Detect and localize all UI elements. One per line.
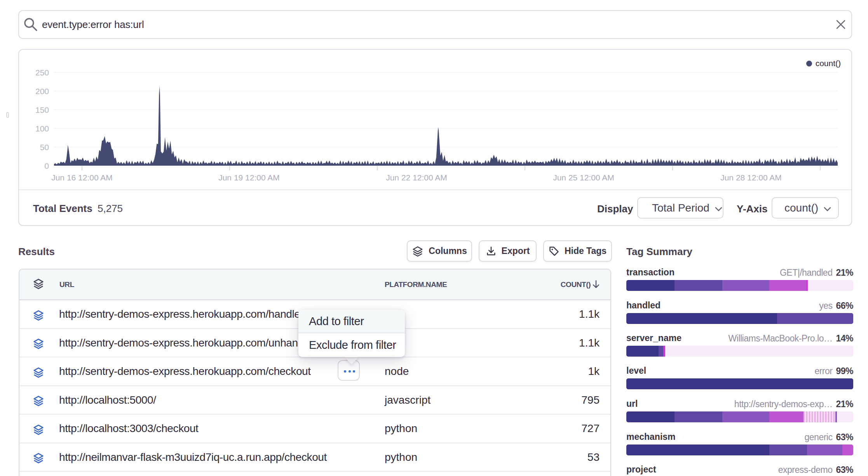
svg-text:Jun 19 12:00 AM: Jun 19 12:00 AM — [218, 173, 280, 182]
svg-text:Jun 25 12:00 AM: Jun 25 12:00 AM — [553, 173, 614, 182]
svg-text:0: 0 — [44, 161, 49, 170]
svg-text:Jun 22 12:00 AM: Jun 22 12:00 AM — [386, 173, 447, 182]
svg-text:Jun 16 12:00 AM: Jun 16 12:00 AM — [51, 173, 113, 182]
svg-text:250: 250 — [35, 68, 49, 77]
svg-text:100: 100 — [35, 124, 49, 133]
svg-text:50: 50 — [40, 143, 49, 152]
svg-text:200: 200 — [35, 87, 49, 96]
svg-text:150: 150 — [35, 105, 49, 114]
